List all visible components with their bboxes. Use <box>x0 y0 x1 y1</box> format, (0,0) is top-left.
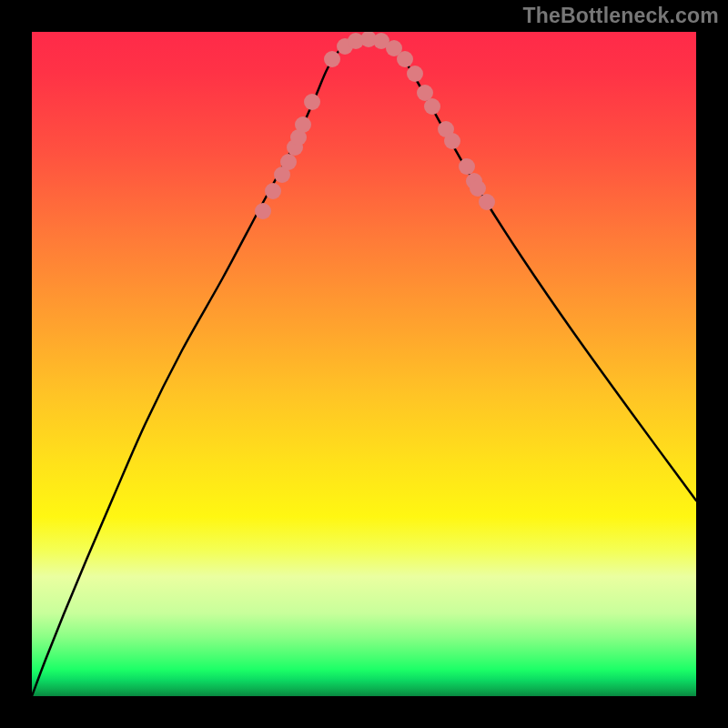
marker-dot <box>424 98 440 115</box>
marker-dot <box>470 180 486 197</box>
marker-dot <box>407 66 423 82</box>
marker-dot <box>324 51 340 67</box>
marker-dot <box>479 194 495 210</box>
chart-frame: TheBottleneck.com <box>0 0 728 728</box>
marker-dot <box>295 116 311 133</box>
marker-dot <box>280 154 297 170</box>
marker-dots <box>255 32 495 219</box>
marker-dot <box>304 94 320 110</box>
marker-dot <box>255 203 271 219</box>
marker-dot <box>444 133 460 149</box>
plot-area <box>32 32 696 696</box>
marker-dot <box>459 158 475 175</box>
curve-svg <box>32 32 696 696</box>
watermark-text: TheBottleneck.com <box>522 4 719 28</box>
bottleneck-curve <box>32 36 696 696</box>
marker-dot <box>265 183 281 199</box>
marker-dot <box>397 51 413 67</box>
